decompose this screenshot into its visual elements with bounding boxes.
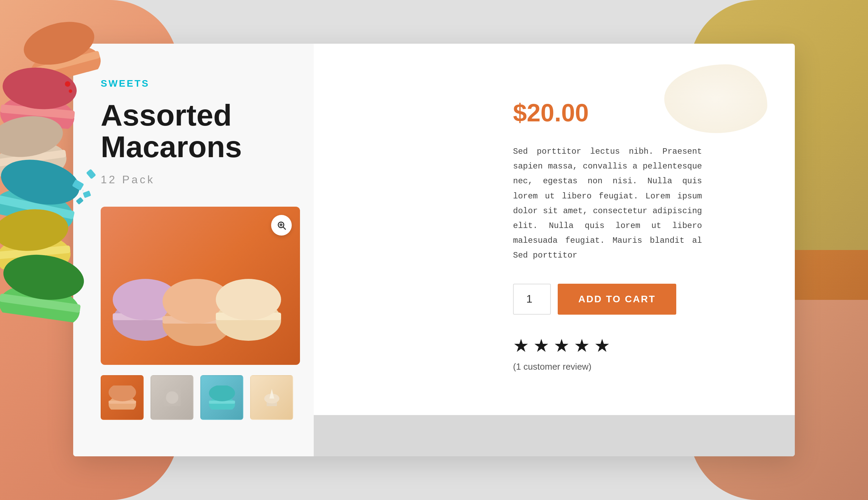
quantity-input[interactable]	[513, 284, 551, 315]
svg-point-20	[209, 385, 235, 401]
svg-point-8	[216, 279, 281, 320]
star-3: ★	[554, 335, 570, 356]
product-description: Sed porttitor lectus nibh. Praesent sapi…	[513, 144, 702, 263]
cart-section: ADD TO CART	[513, 284, 760, 315]
product-title: Assorted Macarons	[101, 99, 293, 163]
product-image-bg	[101, 207, 300, 365]
star-rating: ★ ★ ★ ★ ★	[513, 335, 760, 356]
page-wrapper: SWEETS Assorted Macarons 12 Pack	[0, 0, 868, 500]
svg-marker-23	[269, 389, 274, 399]
rating-section: ★ ★ ★ ★ ★ (1 customer review)	[513, 335, 760, 372]
star-4: ★	[574, 335, 590, 356]
svg-line-10	[283, 227, 285, 229]
review-count: (1 customer review)	[513, 361, 760, 372]
star-2: ★	[533, 335, 549, 356]
product-subtitle: 12 Pack	[101, 173, 293, 186]
thumbnail-3[interactable]	[200, 375, 243, 420]
category-label: SWEETS	[101, 78, 293, 89]
star-5: ★	[594, 335, 610, 356]
thumbnail-2[interactable]	[151, 375, 193, 420]
star-1: ★	[513, 335, 529, 356]
product-card: SWEETS Assorted Macarons 12 Pack	[73, 44, 795, 456]
svg-point-17	[166, 391, 178, 404]
product-illustration	[111, 217, 290, 355]
right-panel: $20.00 Sed porttitor lectus nibh. Praese…	[314, 44, 795, 456]
left-panel: SWEETS Assorted Macarons 12 Pack	[73, 44, 314, 456]
thumbnail-row	[101, 375, 293, 420]
thumbnail-1[interactable]	[101, 375, 144, 420]
main-product-image	[101, 207, 300, 365]
add-to-cart-button[interactable]: ADD TO CART	[558, 284, 676, 315]
zoom-button[interactable]	[271, 215, 292, 236]
bottom-strip	[314, 415, 795, 456]
thumbnail-4[interactable]	[250, 375, 293, 420]
